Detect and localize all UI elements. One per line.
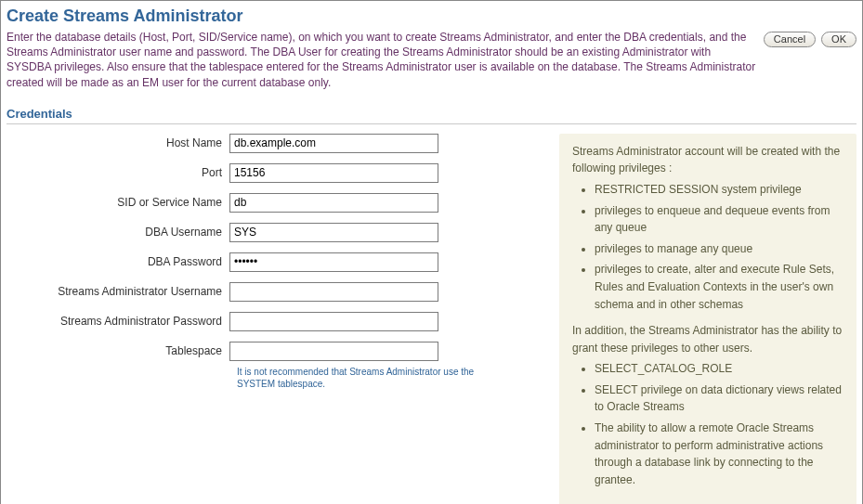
host-label: Host Name: [7, 136, 229, 149]
info-addendum: In addition, the Streams Administrator h…: [572, 322, 843, 356]
list-item: RESTRICTED SESSION system privilege: [595, 181, 843, 199]
list-item: privileges to create, alter and execute …: [595, 261, 843, 313]
create-streams-admin-dialog: Create Streams Administrator Enter the d…: [0, 0, 863, 504]
dba-username-input[interactable]: [229, 223, 438, 242]
list-item: SELECT_CATALOG_ROLE: [595, 360, 843, 378]
streams-password-field: Streams Administrator Password: [7, 312, 543, 331]
intro-text: Enter the database details (Host, Port, …: [7, 30, 756, 90]
dba-username-field: DBA Username: [7, 223, 543, 242]
dba-password-input[interactable]: [229, 252, 438, 272]
tablespace-field: Tablespace: [7, 342, 543, 361]
dba-username-label: DBA Username: [7, 226, 229, 239]
privileges-info-panel: Streams Administrator account will be cr…: [559, 134, 856, 504]
sid-field: SID or Service Name: [7, 193, 543, 213]
list-item: SELECT privilege on data dictionary view…: [595, 381, 843, 416]
list-item: privileges to enqueue and dequeue events…: [595, 202, 843, 237]
privileges-list: RESTRICTED SESSION system privilege priv…: [572, 181, 843, 313]
body-row: Host Name Port SID or Service Name DBA U…: [7, 134, 856, 504]
ok-button-top[interactable]: OK: [821, 32, 856, 47]
host-input[interactable]: [229, 134, 438, 153]
streams-username-label: Streams Administrator Username: [7, 285, 229, 298]
sid-label: SID or Service Name: [7, 196, 229, 209]
streams-username-field: Streams Administrator Username: [7, 282, 543, 302]
host-field: Host Name: [7, 134, 543, 153]
streams-password-label: Streams Administrator Password: [7, 315, 229, 328]
credentials-form: Host Name Port SID or Service Name DBA U…: [7, 134, 546, 390]
extra-privileges-list: SELECT_CATALOG_ROLE SELECT privilege on …: [572, 360, 843, 488]
tablespace-input[interactable]: [229, 342, 438, 361]
list-item: privileges to manage any queue: [595, 240, 843, 258]
page-title: Create Streams Administrator: [7, 6, 856, 26]
dba-password-field: DBA Password: [7, 252, 543, 272]
sid-input[interactable]: [229, 193, 438, 213]
port-field: Port: [7, 163, 543, 183]
header-row: Enter the database details (Host, Port, …: [7, 30, 856, 90]
credentials-section-title: Credentials: [7, 107, 856, 124]
dba-password-label: DBA Password: [7, 255, 229, 268]
info-lead: Streams Administrator account will be cr…: [572, 143, 843, 177]
streams-password-input[interactable]: [229, 312, 438, 331]
top-button-row: Cancel OK: [764, 30, 856, 47]
streams-username-input[interactable]: [229, 282, 438, 302]
list-item: The ability to allow a remote Oracle Str…: [595, 420, 843, 488]
cancel-button-top[interactable]: Cancel: [764, 32, 816, 47]
port-label: Port: [7, 166, 229, 179]
port-input[interactable]: [229, 163, 438, 183]
tablespace-hint: It is not recommended that Streams Admin…: [237, 366, 497, 390]
tablespace-label: Tablespace: [7, 344, 229, 357]
